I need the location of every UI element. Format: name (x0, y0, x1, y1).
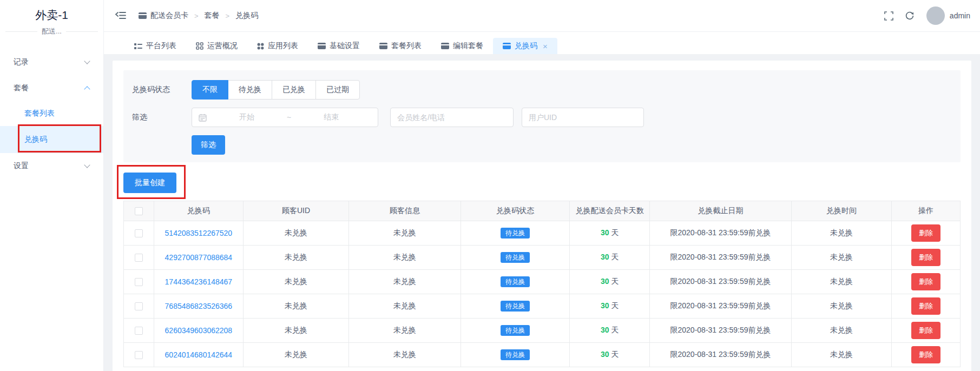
tab-edit-package[interactable]: 编辑套餐 (431, 38, 493, 54)
user-uid-input[interactable] (522, 108, 644, 127)
tab-package-list[interactable]: 套餐列表 (370, 38, 431, 54)
sidebar-item-records[interactable]: 记录 (0, 49, 103, 75)
app-title: 外卖-1 (0, 0, 103, 23)
date-start-placeholder: 开始 (207, 112, 287, 122)
filter-panel: 兑换码状态 不限 待兑换 已兑换 已过期 筛选 (123, 70, 961, 162)
tab-operation-overview[interactable]: 运营概况 (186, 38, 247, 54)
chevron-down-icon (84, 162, 90, 168)
delete-button[interactable]: 删除 (911, 224, 940, 242)
days-cell: 30 天 (569, 294, 649, 319)
member-name-phone-input[interactable] (390, 108, 514, 127)
tab-bar: 平台列表 运营概况 应用列表 基础设置 套餐列表 编 (104, 32, 980, 54)
redeem-code-table: 兑换码 顾客UID 顾客信息 兑换码状态 兑换配送会员卡天数 兑换截止日期 兑换… (123, 201, 961, 367)
redeem-code-link[interactable]: 6260349603062208 (165, 326, 233, 335)
user-name[interactable]: admin (950, 11, 970, 20)
fullscreen-icon[interactable] (884, 11, 893, 21)
row-checkbox[interactable] (135, 302, 143, 310)
status-badge: 待兑换 (501, 349, 530, 360)
redeem-code-link[interactable]: 5142083512267520 (165, 229, 233, 237)
row-checkbox[interactable] (135, 254, 143, 262)
sidebar-item-label: 兑换码 (24, 135, 47, 144)
customer-uid-cell: 未兑换 (244, 319, 349, 343)
customer-info-cell: 未兑换 (348, 343, 461, 367)
delete-button[interactable]: 删除 (911, 273, 940, 290)
delete-button[interactable]: 删除 (911, 297, 940, 315)
status-option-redeemed[interactable]: 已兑换 (272, 80, 316, 100)
row-checkbox[interactable] (135, 278, 143, 286)
top-bar: 配送会员卡 > 套餐 > 兑换码 (104, 0, 980, 32)
sidebar-item-label: 套餐列表 (24, 109, 55, 118)
redeem-code-link[interactable]: 1744364236148467 (165, 277, 233, 286)
column-header-customer-info: 顾客信息 (348, 201, 461, 221)
content-area: 兑换码状态 不限 待兑换 已兑换 已过期 筛选 (104, 54, 980, 371)
deadline-cell: 限2020-08-31 23:59:59前兑换 (650, 270, 791, 294)
status-option-expired[interactable]: 已过期 (315, 80, 360, 100)
deadline-cell: 限2020-08-31 23:59:59前兑换 (650, 294, 791, 319)
content-card: 兑换码状态 不限 待兑换 已兑换 已过期 筛选 (113, 61, 971, 371)
customer-uid-cell: 未兑换 (244, 246, 349, 270)
days-cell: 30 天 (569, 343, 649, 367)
filter-label: 筛选 (132, 112, 192, 122)
sidebar-item-packages[interactable]: 套餐 (0, 75, 103, 101)
sidebar-item-label: 记录 (14, 57, 29, 67)
date-range-input[interactable]: 开始 ~ 结束 (192, 108, 378, 127)
redeem-code-link[interactable]: 6024014680142644 (165, 350, 233, 359)
customer-info-cell: 未兑换 (348, 270, 461, 294)
deadline-cell: 限2020-08-31 23:59:59前兑换 (650, 246, 791, 270)
card-icon (139, 12, 147, 19)
sidebar-item-settings[interactable]: 设置 (0, 153, 103, 179)
breadcrumb: 配送会员卡 > 套餐 > 兑换码 (139, 11, 258, 21)
avatar[interactable] (926, 6, 945, 25)
table-header-row: 兑换码 顾客UID 顾客信息 兑换码状态 兑换配送会员卡天数 兑换截止日期 兑换… (124, 201, 961, 221)
status-badge: 待兑换 (501, 252, 530, 263)
sidebar: 外卖-1 配送... 记录 套餐 套餐列表 兑换码 设置 (0, 0, 104, 371)
customer-uid-cell: 未兑换 (244, 294, 349, 319)
sidebar-item-label: 套餐 (14, 83, 29, 93)
breadcrumb-separator: > (194, 12, 199, 20)
column-header-status: 兑换码状态 (461, 201, 570, 221)
delete-button[interactable]: 删除 (911, 322, 940, 339)
breadcrumb-item-member-card[interactable]: 配送会员卡 (139, 11, 188, 21)
sidebar-item-package-list[interactable]: 套餐列表 (0, 101, 103, 126)
tab-redeem-code[interactable]: 兑换码 × (493, 38, 557, 54)
redeem-code-link[interactable]: 7685486823526366 (165, 302, 233, 310)
tab-app-list[interactable]: 应用列表 (247, 38, 308, 54)
days-cell: 30 天 (569, 270, 649, 294)
sidebar-menu: 记录 套餐 套餐列表 兑换码 设置 (0, 49, 103, 179)
redeem-time-cell: 未兑换 (791, 343, 892, 367)
customer-info-cell: 未兑换 (348, 319, 461, 343)
row-checkbox[interactable] (135, 351, 143, 359)
tab-platform-list[interactable]: 平台列表 (124, 38, 186, 54)
table-row: 4292700877088684 未兑换 未兑换 待兑换 30 天 限2020-… (124, 246, 961, 270)
toolbar: 批量创建 (123, 173, 176, 193)
row-checkbox[interactable] (135, 327, 143, 335)
date-range-separator: ~ (287, 113, 291, 122)
collapse-sidebar-icon[interactable] (115, 10, 127, 21)
days-cell: 30 天 (569, 221, 649, 246)
customer-uid-cell: 未兑换 (244, 221, 349, 246)
status-option-all[interactable]: 不限 (192, 80, 228, 100)
table-row: 1744364236148467 未兑换 未兑换 待兑换 30 天 限2020-… (124, 270, 961, 294)
close-icon[interactable]: × (543, 42, 548, 50)
divider (66, 31, 98, 32)
redeem-code-link[interactable]: 4292700877088684 (165, 253, 233, 262)
breadcrumb-item-package[interactable]: 套餐 (205, 11, 220, 21)
platform-list-icon (134, 43, 142, 50)
refresh-icon[interactable] (905, 11, 915, 21)
column-header-days: 兑换配送会员卡天数 (569, 201, 649, 221)
breadcrumb-item-redeem-code[interactable]: 兑换码 (235, 11, 258, 21)
filter-submit-button[interactable]: 筛选 (192, 135, 225, 155)
app-subtitle: 配送... (42, 27, 62, 36)
customer-uid-cell: 未兑换 (244, 270, 349, 294)
redeem-time-cell: 未兑换 (791, 319, 892, 343)
select-all-checkbox[interactable] (135, 207, 143, 215)
batch-create-button[interactable]: 批量创建 (123, 173, 176, 193)
delete-button[interactable]: 删除 (911, 249, 940, 266)
delete-button[interactable]: 删除 (911, 346, 940, 363)
breadcrumb-separator: > (226, 12, 230, 20)
row-checkbox[interactable] (135, 229, 143, 237)
tab-basic-settings[interactable]: 基础设置 (308, 38, 370, 54)
sidebar-item-redeem-codes[interactable]: 兑换码 (0, 126, 103, 153)
status-option-pending[interactable]: 待兑换 (228, 80, 272, 100)
table-row: 6024014680142644 未兑换 未兑换 待兑换 30 天 限2020-… (124, 343, 961, 367)
